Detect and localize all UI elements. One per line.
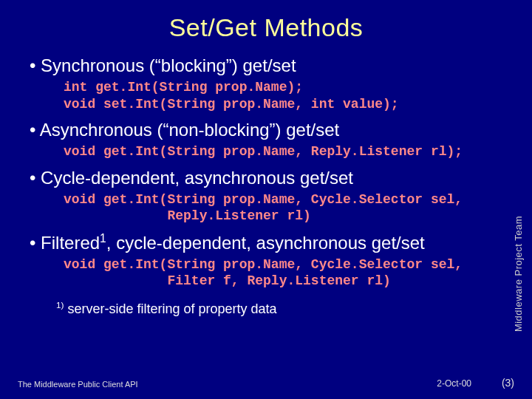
footnote-marker: 1) xyxy=(56,300,64,310)
bullet-synchronous: Synchronous (“blocking”) get/set xyxy=(25,55,507,76)
slide-title: Set/Get Methods xyxy=(25,13,507,42)
bullet-asynchronous: Asynchronous (“non-blocking”) get/set xyxy=(25,120,507,140)
footer-date: 2-Oct-00 xyxy=(437,378,471,389)
bullet-filtered-pre: Filtered xyxy=(41,233,100,253)
footnote: 1) server-side filtering of property dat… xyxy=(25,300,507,317)
bullet-filtered: Filtered1, cycle-dependent, asynchronous… xyxy=(25,232,507,253)
bullet-filtered-post: , cycle-dependent, asynchronous get/set xyxy=(106,233,425,253)
code-asynchronous: void get.Int(String prop.Name, Reply.Lis… xyxy=(25,143,507,160)
code-cycle-dependent: void get.Int(String prop.Name, Cycle.Sel… xyxy=(25,191,507,225)
footnote-text: server-side filtering of property data xyxy=(64,301,276,316)
side-label: Middleware Project Team xyxy=(514,215,525,331)
footer-left: The Middleware Public Client API xyxy=(18,380,138,389)
bullet-cycle-dependent: Cycle-dependent, asynchronous get/set xyxy=(25,168,507,188)
slide: Set/Get Methods Synchronous (“blocking”)… xyxy=(0,0,532,399)
side-label-container: Middleware Project Team xyxy=(508,0,529,399)
code-filtered: void get.Int(String prop.Name, Cycle.Sel… xyxy=(25,256,507,290)
code-synchronous: int get.Int(String prop.Name); void set.… xyxy=(25,79,507,112)
bullet-filtered-sup: 1 xyxy=(100,232,106,245)
